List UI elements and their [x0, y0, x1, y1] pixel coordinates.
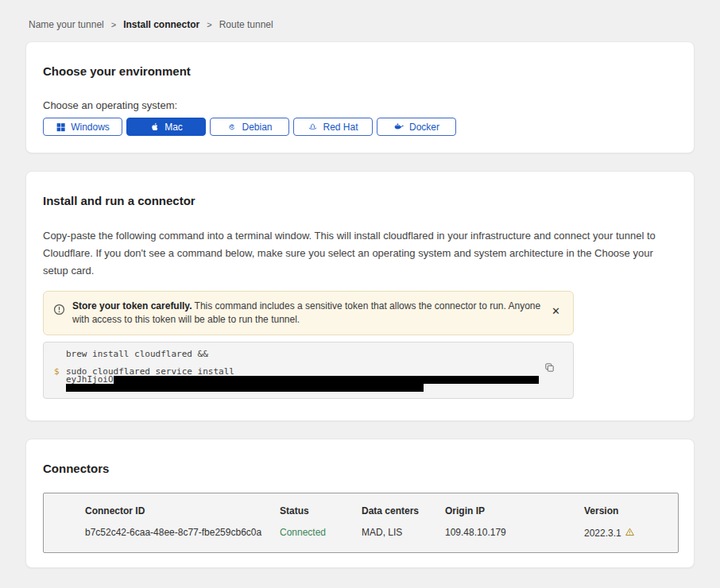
warning-triangle-icon: [625, 527, 635, 540]
os-button-label: Red Hat: [323, 122, 358, 133]
close-icon[interactable]: ✕: [548, 304, 563, 318]
connectors-table-header-row: Connector ID Status Data centers Origin …: [85, 505, 678, 527]
windows-logo-icon: [56, 122, 66, 132]
apple-logo-icon: [149, 122, 160, 132]
token-warning-text: Store your token carefully. This command…: [72, 300, 541, 327]
token-redaction-bar: [114, 376, 539, 384]
code-line: brew install cloudflared &&: [54, 350, 573, 358]
token-warning-title: Store your token carefully.: [72, 300, 192, 311]
os-button-label: Docker: [409, 122, 439, 133]
choose-environment-title: Choose your environment: [43, 64, 677, 78]
os-button-label: Windows: [71, 122, 110, 133]
code-line: [54, 384, 573, 392]
column-header-data-centers: Data centers: [362, 505, 445, 527]
token-warning-banner: Store your token carefully. This command…: [43, 291, 574, 335]
os-button-docker[interactable]: Docker: [377, 118, 456, 136]
token-redaction-bar: [66, 384, 424, 392]
install-connector-title: Install and run a connector: [43, 194, 677, 207]
debian-logo-icon: [226, 122, 237, 132]
alert-circle-icon: [53, 304, 65, 319]
breadcrumb: Name your tunnel > Install connector > R…: [25, 0, 695, 41]
os-button-group: Windows Mac Debian Red Hat: [43, 118, 677, 136]
install-connector-description: Copy-paste the following command into a …: [43, 227, 675, 280]
version-cell: 2022.3.1: [584, 527, 678, 540]
os-select-label: Choose an operating system:: [43, 99, 677, 111]
os-button-windows[interactable]: Windows: [43, 118, 122, 136]
docker-logo-icon: [393, 122, 405, 132]
install-command-code-block[interactable]: brew install cloudflared && $ sudo cloud…: [43, 342, 574, 399]
connectors-title: Connectors: [43, 462, 677, 475]
os-button-redhat[interactable]: Red Hat: [293, 118, 373, 136]
shell-prompt: $: [54, 368, 66, 376]
breadcrumb-separator: >: [207, 20, 211, 29]
origin-ip-cell: 109.48.10.179: [445, 527, 584, 540]
code-line: $ sudo cloudflared service install: [54, 368, 573, 376]
os-button-label: Mac: [165, 122, 183, 133]
status-badge: Connected: [280, 527, 362, 540]
connectors-table-row: b7c52c42-6caa-48ee-8c77-fbe259cb6c0a Con…: [85, 527, 678, 540]
os-button-label: Debian: [242, 122, 272, 133]
column-header-origin-ip: Origin IP: [445, 505, 584, 527]
breadcrumb-separator: >: [111, 20, 116, 29]
column-header-version: Version: [584, 505, 678, 527]
tunnel-setup-page: Name your tunnel > Install connector > R…: [0, 0, 720, 588]
data-centers-cell: MAD, LIS: [362, 527, 445, 540]
os-button-mac[interactable]: Mac: [126, 118, 206, 136]
redhat-logo-icon: [308, 122, 318, 132]
breadcrumb-name-your-tunnel[interactable]: Name your tunnel: [29, 19, 104, 30]
copy-icon[interactable]: [544, 362, 555, 376]
connector-id-cell: b7c52c42-6caa-48ee-8c77-fbe259cb6c0a: [85, 527, 280, 540]
code-line: eyJhIjoiO: [54, 376, 573, 384]
os-button-debian[interactable]: Debian: [210, 118, 289, 136]
breadcrumb-install-connector[interactable]: Install connector: [123, 19, 199, 30]
install-connector-card: Install and run a connector Copy-paste t…: [25, 171, 695, 421]
version-text: 2022.3.1: [584, 528, 621, 539]
token-prefix-text: eyJhIjoiO: [66, 376, 114, 384]
connectors-table: Connector ID Status Data centers Origin …: [43, 493, 679, 553]
choose-environment-card: Choose your environment Choose an operat…: [25, 41, 695, 153]
breadcrumb-route-tunnel[interactable]: Route tunnel: [219, 19, 273, 30]
connectors-card: Connectors Connector ID Status Data cent…: [25, 439, 695, 568]
column-header-status: Status: [280, 505, 362, 527]
column-header-connector-id: Connector ID: [85, 505, 280, 527]
code-line-text: brew install cloudflared &&: [66, 350, 208, 358]
